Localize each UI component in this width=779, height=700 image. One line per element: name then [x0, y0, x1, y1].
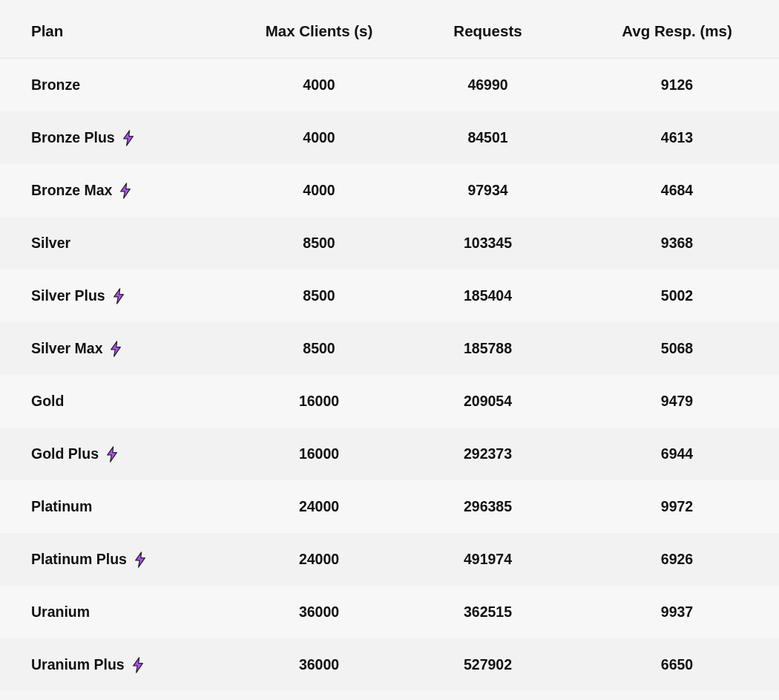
- table-row: Platinum240002963859972: [0, 480, 779, 533]
- table-row: Uranium Plus 360005279026650: [0, 638, 779, 691]
- cell-plan: Bronze Max: [0, 164, 237, 217]
- table-row: Silver Plus 85001854045002: [0, 269, 779, 322]
- cell-plan: Platinum Plus: [0, 533, 237, 586]
- table-row: Platinum Plus 240004919746926: [0, 533, 779, 586]
- cell-plan: Bronze Plus: [0, 111, 237, 164]
- cell-requests: 296385: [401, 480, 575, 533]
- cell-avg-resp: 4613: [575, 111, 779, 164]
- cell-max-clients: 36000: [237, 638, 401, 691]
- cell-avg-resp: 6650: [575, 638, 779, 691]
- cell-plan: Silver Plus: [0, 269, 237, 322]
- cell-max-clients: 16000: [237, 375, 401, 428]
- cell-plan: Gold Plus: [0, 428, 237, 480]
- bolt-icon: [131, 657, 145, 673]
- plan-table: Plan Max Clients (s) Requests Avg Resp. …: [0, 0, 779, 691]
- table-body: Bronze4000469909126Bronze Plus 400084501…: [0, 59, 779, 692]
- cell-requests: 292373: [401, 428, 575, 480]
- cell-max-clients: 4000: [237, 164, 401, 217]
- bolt-icon: [111, 288, 126, 304]
- cell-max-clients: 4000: [237, 59, 401, 112]
- cell-requests: 185404: [401, 269, 575, 322]
- cell-avg-resp: 5002: [575, 269, 779, 322]
- cell-plan: Bronze: [0, 59, 237, 112]
- cell-plan: Uranium: [0, 586, 237, 638]
- cell-plan: Silver: [0, 217, 237, 269]
- cell-requests: 362515: [401, 586, 575, 638]
- cell-avg-resp: 6944: [575, 428, 779, 480]
- col-max-clients: Max Clients (s): [237, 0, 401, 59]
- cell-avg-resp: 9368: [575, 217, 779, 269]
- cell-plan: Gold: [0, 375, 237, 428]
- table-row: Bronze Max 4000979344684: [0, 164, 779, 217]
- cell-max-clients: 8500: [237, 269, 401, 322]
- cell-requests: 185788: [401, 322, 575, 375]
- col-requests: Requests: [401, 0, 575, 59]
- cell-requests: 103345: [401, 217, 575, 269]
- cell-max-clients: 24000: [237, 480, 401, 533]
- table-row: Gold Plus 160002923736944: [0, 428, 779, 480]
- bolt-icon: [105, 446, 119, 462]
- plan-label: Silver: [31, 235, 70, 252]
- table-row: Bronze4000469909126: [0, 59, 779, 112]
- plan-label: Silver Plus: [31, 287, 105, 304]
- cell-requests: 46990: [401, 59, 575, 112]
- cell-avg-resp: 9972: [575, 480, 779, 533]
- table-row: Silver Max 85001857885068: [0, 322, 779, 375]
- table-row: Bronze Plus 4000845014613: [0, 111, 779, 164]
- cell-avg-resp: 6926: [575, 533, 779, 586]
- cell-requests: 491974: [401, 533, 575, 586]
- cell-plan: Silver Max: [0, 322, 237, 375]
- cell-max-clients: 8500: [237, 322, 401, 375]
- bolt-icon: [118, 183, 133, 199]
- cell-requests: 527902: [401, 638, 575, 691]
- cell-max-clients: 24000: [237, 533, 401, 586]
- bolt-icon: [108, 341, 123, 357]
- plan-label: Platinum Plus: [31, 551, 127, 568]
- plan-label: Bronze: [31, 76, 80, 94]
- cell-max-clients: 4000: [237, 111, 401, 164]
- cell-avg-resp: 9126: [575, 59, 779, 112]
- plan-label: Silver Max: [31, 340, 102, 357]
- col-avg-resp: Avg Resp. (ms): [575, 0, 779, 59]
- cell-avg-resp: 5068: [575, 322, 779, 375]
- col-plan: Plan: [0, 0, 237, 59]
- table-row: Uranium360003625159937: [0, 586, 779, 638]
- table-row: Gold160002090549479: [0, 375, 779, 428]
- cell-avg-resp: 4684: [575, 164, 779, 217]
- cell-requests: 97934: [401, 164, 575, 217]
- plan-label: Platinum: [31, 498, 92, 515]
- cell-avg-resp: 9937: [575, 586, 779, 638]
- cell-max-clients: 8500: [237, 217, 401, 269]
- plan-label: Uranium: [31, 603, 90, 621]
- plan-label: Bronze Max: [31, 182, 112, 199]
- cell-plan: Uranium Plus: [0, 638, 237, 691]
- plan-label: Gold: [31, 393, 64, 410]
- cell-max-clients: 36000: [237, 586, 401, 638]
- bolt-icon: [121, 130, 136, 146]
- table-row: Silver85001033459368: [0, 217, 779, 269]
- table-header: Plan Max Clients (s) Requests Avg Resp. …: [0, 0, 779, 59]
- cell-requests: 84501: [401, 111, 575, 164]
- bolt-icon: [133, 552, 148, 568]
- plan-label: Uranium Plus: [31, 656, 125, 673]
- cell-max-clients: 16000: [237, 428, 401, 480]
- plan-label: Gold Plus: [31, 445, 99, 462]
- table-header-row: Plan Max Clients (s) Requests Avg Resp. …: [0, 0, 779, 59]
- cell-plan: Platinum: [0, 480, 237, 533]
- cell-avg-resp: 9479: [575, 375, 779, 428]
- plan-label: Bronze Plus: [31, 129, 115, 146]
- cell-requests: 209054: [401, 375, 575, 428]
